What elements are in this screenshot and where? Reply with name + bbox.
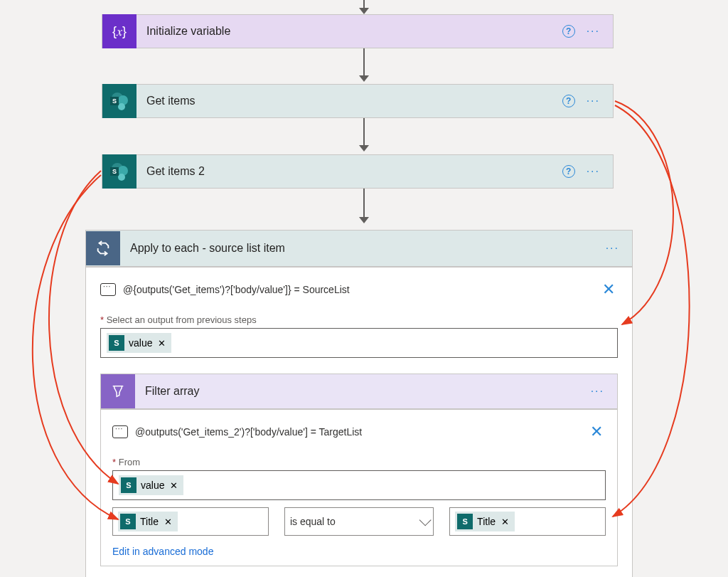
- more-menu[interactable]: ···: [584, 22, 603, 41]
- comment-row: @{outputs('Get_items')?['body/value']} =…: [100, 277, 618, 302]
- flow-canvas: {𝑥} Initialize variable ? ··· S Get item…: [0, 0, 728, 577]
- sharepoint-token-icon: S: [120, 514, 136, 529]
- sharepoint-token-icon: S: [109, 335, 124, 351]
- remove-token-icon[interactable]: ✕: [156, 338, 167, 349]
- step-apply-to-each: Apply to each - source list item ··· @{o…: [85, 230, 633, 577]
- sharepoint-icon: S: [102, 154, 136, 189]
- more-menu[interactable]: ···: [588, 382, 607, 401]
- help-icon[interactable]: ?: [562, 25, 575, 38]
- token-value[interactable]: S value ✕: [119, 475, 183, 495]
- filter-icon: [101, 374, 135, 408]
- field-label: * From: [112, 457, 606, 467]
- help-icon[interactable]: ?: [562, 165, 575, 178]
- loop-icon: [86, 231, 120, 265]
- step-title: Initialize variable: [136, 25, 562, 38]
- close-comment-icon[interactable]: ✕: [599, 277, 618, 302]
- token-title[interactable]: S Title ✕: [118, 512, 178, 531]
- sharepoint-token-icon: S: [121, 477, 136, 493]
- sharepoint-token-icon: S: [457, 514, 473, 529]
- comment-icon: [100, 283, 116, 296]
- close-comment-icon[interactable]: ✕: [587, 420, 606, 444]
- select-output-input[interactable]: S value ✕: [100, 328, 618, 358]
- comment-icon: [112, 425, 128, 438]
- more-menu[interactable]: ···: [584, 162, 603, 181]
- comment-text: @outputs('Get_items_2')?['body/value'] =…: [135, 426, 580, 438]
- field-label: * Select an output from previous steps: [100, 314, 618, 325]
- condition-operator-select[interactable]: is equal to: [284, 507, 434, 536]
- step-get-items-2[interactable]: S Get items 2 ? ···: [102, 154, 614, 189]
- from-input[interactable]: S value ✕: [112, 470, 606, 500]
- step-initialize-variable[interactable]: {𝑥} Initialize variable ? ···: [102, 14, 614, 48]
- sharepoint-icon: S: [102, 84, 136, 118]
- condition-row: S Title ✕ is equal to S T: [112, 507, 606, 536]
- step-header[interactable]: Filter array ···: [101, 374, 617, 410]
- condition-right-input[interactable]: S Title ✕: [449, 507, 606, 536]
- step-title: Filter array: [135, 385, 588, 398]
- comment-row: @outputs('Get_items_2')?['body/value'] =…: [112, 420, 606, 444]
- token-value[interactable]: S value ✕: [107, 333, 171, 353]
- step-title: Get items 2: [136, 165, 562, 178]
- more-menu[interactable]: ···: [603, 239, 622, 258]
- more-menu[interactable]: ···: [584, 92, 603, 110]
- step-filter-array: Filter array ··· @outputs('Get_items_2')…: [100, 374, 618, 566]
- edit-advanced-mode-link[interactable]: Edit in advanced mode: [112, 546, 606, 557]
- step-header[interactable]: Apply to each - source list item ···: [86, 231, 632, 268]
- variable-icon: {𝑥}: [102, 14, 136, 48]
- help-icon[interactable]: ?: [562, 95, 575, 107]
- step-get-items[interactable]: S Get items ? ···: [102, 84, 614, 118]
- comment-text: @{outputs('Get_items')?['body/value']} =…: [123, 284, 592, 295]
- step-title: Apply to each - source list item: [120, 242, 603, 255]
- step-title: Get items: [136, 95, 562, 107]
- chevron-down-icon: [419, 514, 432, 526]
- token-title[interactable]: S Title ✕: [455, 512, 515, 531]
- remove-token-icon[interactable]: ✕: [500, 517, 510, 527]
- condition-left-input[interactable]: S Title ✕: [112, 507, 269, 536]
- remove-token-icon[interactable]: ✕: [168, 480, 179, 491]
- remove-token-icon[interactable]: ✕: [163, 517, 173, 527]
